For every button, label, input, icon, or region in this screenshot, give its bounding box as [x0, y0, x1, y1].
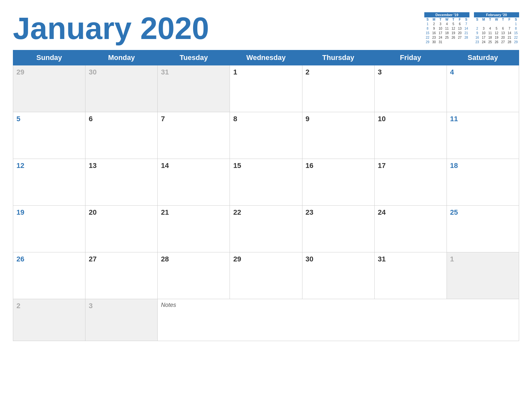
day-cell-jan17[interactable]: 17: [374, 159, 447, 206]
day-cell-jan5[interactable]: 5: [13, 112, 85, 159]
day-cell-jan30[interactable]: 30: [302, 252, 374, 299]
day-number: 30: [89, 68, 96, 76]
mc-day: 4: [444, 22, 450, 26]
mc-day: 3: [437, 22, 444, 26]
mc-day: 14: [506, 31, 513, 35]
day-cell-jan3[interactable]: 3: [374, 65, 447, 112]
mc-hdr: S: [513, 17, 519, 22]
day-cell-jan8[interactable]: 8: [230, 112, 302, 159]
day-number: 4: [450, 68, 454, 76]
day-number: 8: [233, 115, 237, 123]
day-cell-jan22[interactable]: 22: [230, 206, 302, 252]
mc-day: 27: [457, 35, 463, 40]
mc-day: 25: [487, 40, 493, 44]
mc-day: 7: [506, 26, 513, 31]
mc-day: 8: [513, 26, 519, 31]
day-cell-jan7[interactable]: 7: [158, 112, 230, 159]
day-cell-jan23[interactable]: 23: [302, 206, 374, 252]
notes-label: Notes: [161, 302, 176, 308]
mc-day: 12: [493, 31, 500, 35]
mc-day: [487, 22, 493, 26]
day-cell-feb2[interactable]: 2: [13, 299, 85, 341]
day-cell-dec29[interactable]: 29: [13, 65, 85, 112]
day-number: 25: [450, 208, 458, 216]
mc-day: 15: [424, 31, 431, 35]
day-number: 18: [450, 161, 458, 170]
day-cell-jan28[interactable]: 28: [158, 252, 230, 299]
calendar-row-3: 12 13 14 15 16 17 18: [13, 159, 519, 206]
mc-hdr: M: [431, 17, 437, 22]
day-cell-jan13[interactable]: 13: [85, 159, 158, 206]
mc-day: 27: [500, 40, 506, 44]
day-number: 1: [233, 68, 237, 76]
day-cell-jan16[interactable]: 16: [302, 159, 374, 206]
mc-day: 18: [487, 35, 493, 40]
day-cell-dec30[interactable]: 30: [85, 65, 158, 112]
day-number: 24: [378, 208, 386, 216]
mc-day: 5: [450, 22, 457, 26]
day-cell-jan6[interactable]: 6: [85, 112, 158, 159]
mc-day: [480, 22, 487, 26]
mc-day: [506, 22, 513, 26]
calendar-table: Sunday Monday Tuesday Wednesday Thursday…: [13, 50, 519, 341]
day-cell-jan14[interactable]: 14: [158, 159, 230, 206]
day-number: 28: [161, 255, 169, 263]
day-cell-jan15[interactable]: 15: [230, 159, 302, 206]
day-cell-jan2[interactable]: 2: [302, 65, 374, 112]
mc-day: 23: [474, 40, 480, 44]
mc-day: 29: [513, 40, 519, 44]
day-cell-jan26[interactable]: 26: [13, 252, 85, 299]
calendar-notes-row: 2 3 Notes: [13, 299, 519, 341]
day-cell-jan1[interactable]: 1: [230, 65, 302, 112]
day-cell-jan27[interactable]: 27: [85, 252, 158, 299]
day-cell-jan20[interactable]: 20: [85, 206, 158, 252]
day-number: 20: [89, 208, 96, 216]
mc-day: 5: [493, 26, 500, 31]
mc-day: 12: [450, 26, 457, 31]
day-number: 16: [306, 161, 313, 170]
mc-hdr: W: [493, 17, 500, 22]
day-cell-jan11[interactable]: 11: [447, 112, 519, 159]
mc-day: [444, 40, 450, 44]
day-number: 29: [16, 68, 24, 76]
day-cell-feb3[interactable]: 3: [85, 299, 158, 341]
mc-day: 23: [431, 35, 437, 40]
day-number: 6: [89, 115, 93, 123]
day-cell-jan12[interactable]: 12: [13, 159, 85, 206]
mc-day: [493, 22, 500, 26]
mc-day: 13: [457, 26, 463, 31]
day-cell-jan21[interactable]: 21: [158, 206, 230, 252]
mc-day: 18: [444, 31, 450, 35]
mc-day: 24: [480, 40, 487, 44]
day-cell-jan4[interactable]: 4: [447, 65, 519, 112]
mc-day: [450, 40, 457, 44]
notes-cell[interactable]: Notes: [158, 299, 519, 341]
day-cell-jan24[interactable]: 24: [374, 206, 447, 252]
day-cell-dec31[interactable]: 31: [158, 65, 230, 112]
mc-hdr: S: [463, 17, 469, 22]
mc-day: 16: [431, 31, 437, 35]
day-cell-jan25[interactable]: 25: [447, 206, 519, 252]
day-cell-jan19[interactable]: 19: [13, 206, 85, 252]
header-area: January 2020 December '19 S M T W T F S …: [13, 10, 519, 44]
day-cell-jan18[interactable]: 18: [447, 159, 519, 206]
mc-day: 24: [437, 35, 444, 40]
day-cell-jan10[interactable]: 10: [374, 112, 447, 159]
mc-day: [500, 22, 506, 26]
day-cell-jan29[interactable]: 29: [230, 252, 302, 299]
mc-day: 30: [431, 40, 437, 44]
mc-day: 6: [457, 22, 463, 26]
day-cell-feb1[interactable]: 1: [447, 252, 519, 299]
calendar-row-5: 26 27 28 29 30 31 1: [13, 252, 519, 299]
mc-day: 26: [450, 35, 457, 40]
day-cell-jan9[interactable]: 9: [302, 112, 374, 159]
day-number: 5: [16, 115, 20, 123]
mc-day: 31: [437, 40, 444, 44]
mc-hdr: T: [500, 17, 506, 22]
mc-day: [463, 40, 469, 44]
day-cell-jan31[interactable]: 31: [374, 252, 447, 299]
col-thursday: Thursday: [302, 50, 374, 65]
mc-hdr: F: [506, 17, 513, 22]
mc-day: 21: [463, 31, 469, 35]
mc-hdr: S: [424, 17, 431, 22]
